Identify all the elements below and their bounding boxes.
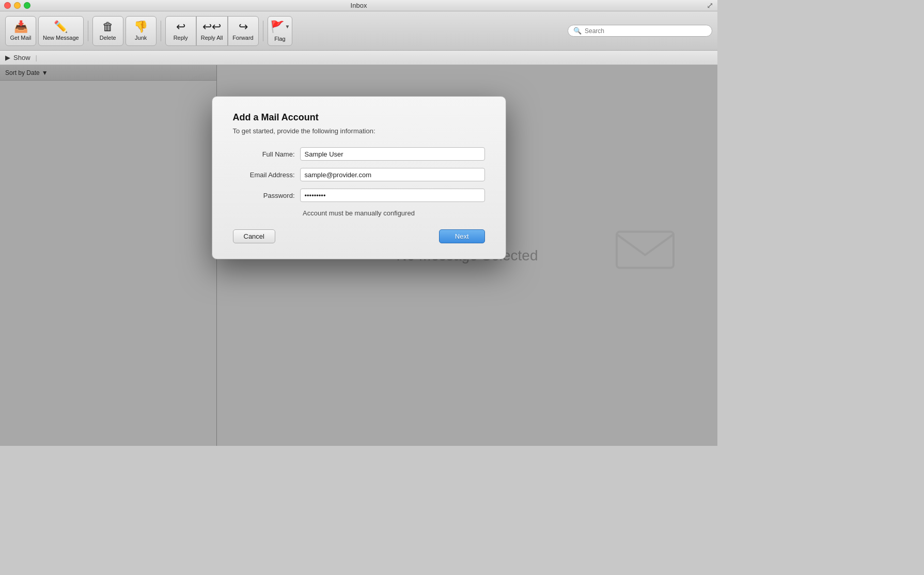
junk-button[interactable]: 👎 Junk	[126, 16, 156, 46]
modal-title: Add a Mail Account	[233, 112, 485, 123]
warning-text: Account must be manually configured	[233, 209, 485, 217]
new-message-button[interactable]: ✏️ New Message	[38, 16, 84, 46]
close-button[interactable]	[4, 2, 11, 9]
next-button[interactable]: Next	[439, 229, 485, 243]
password-label: Password:	[233, 192, 300, 199]
minimize-button[interactable]	[14, 2, 21, 9]
new-message-label: New Message	[43, 35, 79, 41]
full-name-label: Full Name:	[233, 150, 300, 158]
search-input[interactable]	[585, 27, 707, 35]
window-title: Inbox	[351, 2, 367, 9]
flag-label: Flag	[274, 36, 285, 42]
delete-icon: 🗑	[102, 21, 114, 33]
show-triangle-icon: ▶	[5, 54, 10, 61]
toolbar: 📥 Get Mail ✏️ New Message 🗑 Delete 👎 Jun…	[0, 11, 717, 51]
reply-all-button[interactable]: ↩↩ Reply All	[196, 16, 228, 46]
delete-label: Delete	[100, 35, 116, 41]
show-bar: ▶ Show |	[0, 51, 717, 65]
add-mail-account-dialog: Add a Mail Account To get started, provi…	[212, 96, 506, 259]
cancel-button[interactable]: Cancel	[233, 229, 275, 243]
title-bar: Inbox ⤢	[0, 0, 717, 11]
maximize-button[interactable]	[24, 2, 30, 9]
modal-subtitle: To get started, provide the following in…	[233, 127, 485, 135]
full-name-row: Full Name:	[233, 147, 485, 161]
main-content: Sort by Date ▼ No Message Selected Add a…	[0, 65, 717, 446]
toolbar-separator-3	[263, 21, 263, 41]
full-name-input[interactable]	[300, 147, 485, 161]
email-row: Email Address:	[233, 168, 485, 181]
resize-icon[interactable]: ⤢	[707, 1, 713, 10]
delete-button[interactable]: 🗑 Delete	[92, 16, 123, 46]
junk-icon: 👎	[134, 21, 148, 33]
email-input[interactable]	[300, 168, 485, 181]
flag-icon: 🚩	[270, 20, 284, 34]
reply-all-label: Reply All	[201, 35, 223, 41]
reply-label: Reply	[174, 35, 188, 41]
flag-dropdown-arrow: ▼	[284, 24, 290, 29]
show-label: Show	[13, 54, 30, 61]
show-divider: |	[36, 54, 37, 61]
toolbar-separator-1	[88, 21, 88, 41]
reply-all-icon: ↩↩	[202, 21, 221, 33]
forward-button[interactable]: ↪ Forward	[228, 16, 259, 46]
password-row: Password:	[233, 189, 485, 202]
search-bar[interactable]: 🔍	[568, 25, 712, 37]
traffic-lights	[4, 2, 30, 9]
get-mail-button[interactable]: 📥 Get Mail	[5, 16, 36, 46]
flag-button[interactable]: 🚩 ▼ Flag	[268, 16, 293, 46]
reply-button[interactable]: ↩ Reply	[165, 16, 196, 46]
get-mail-label: Get Mail	[10, 35, 32, 41]
modal-buttons: Cancel Next	[233, 229, 485, 243]
password-input[interactable]	[300, 189, 485, 202]
forward-icon: ↪	[239, 21, 248, 33]
forward-label: Forward	[232, 35, 253, 41]
flag-inner: 🚩 ▼	[270, 20, 290, 34]
modal-overlay: Add a Mail Account To get started, provi…	[0, 65, 717, 446]
junk-label: Junk	[135, 35, 147, 41]
search-icon: 🔍	[573, 27, 582, 35]
email-label: Email Address:	[233, 171, 300, 179]
new-message-icon: ✏️	[54, 21, 68, 33]
reply-group: ↩ Reply ↩↩ Reply All ↪ Forward	[165, 16, 259, 46]
reply-icon: ↩	[176, 21, 185, 33]
toolbar-separator-2	[161, 21, 161, 41]
get-mail-icon: 📥	[14, 21, 28, 33]
